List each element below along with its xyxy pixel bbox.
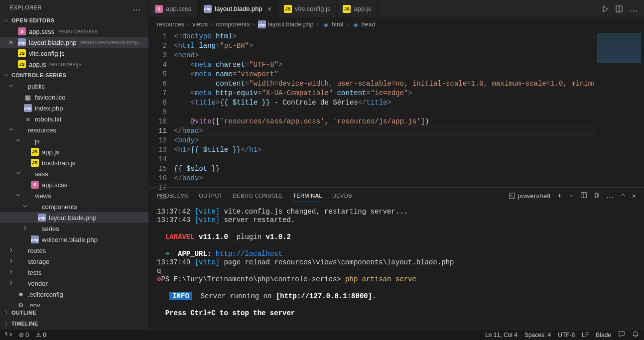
terminal-line: [157, 284, 636, 292]
code-line[interactable]: {{ $slot }}: [174, 164, 594, 174]
tree-item[interactable]: components: [0, 201, 148, 212]
status-language[interactable]: Blade: [596, 332, 611, 339]
tree-item[interactable]: resources: [0, 124, 148, 135]
code-line[interactable]: <title>{{ $title }} - Controle de Séries…: [174, 98, 594, 108]
tree-item[interactable]: series: [0, 223, 148, 234]
terminal-line: 13:37:43 [vite] server restarted.: [157, 216, 636, 225]
tree-item[interactable]: phpindex.php: [0, 103, 148, 113]
tree-item[interactable]: js: [0, 135, 148, 146]
code-line[interactable]: <head>: [174, 51, 594, 60]
editor-tab[interactable]: JSapp.js: [337, 0, 378, 17]
editor-tab[interactable]: JSvite.config.js: [278, 0, 337, 17]
editor-tab[interactable]: phplayout.blade.php×: [198, 0, 278, 17]
status-encoding[interactable]: UTF-8: [558, 332, 575, 339]
code-line[interactable]: <body>: [174, 136, 594, 145]
status-eol[interactable]: LF: [582, 332, 589, 339]
code-line[interactable]: @vite(['resources/sass/app.scss', 'resou…: [174, 117, 594, 126]
breadcrumb-item[interactable]: ◈html: [322, 20, 344, 28]
breadcrumb-item[interactable]: components: [216, 21, 250, 28]
more-icon[interactable]: …: [629, 3, 638, 14]
tab-output[interactable]: OUTPUT: [199, 190, 223, 202]
code-editor[interactable]: 123456789101112131415161718 <!doctype ht…: [149, 31, 644, 181]
tab-label: app.scss: [166, 5, 191, 12]
horizontal-scrollbar[interactable]: [149, 181, 644, 187]
code-line[interactable]: </body>: [174, 174, 594, 181]
chevron-down-icon: [8, 83, 14, 90]
status-bell-icon[interactable]: [632, 331, 639, 339]
breadcrumb-item[interactable]: phplayout.blade.php: [258, 20, 314, 28]
tree-item[interactable]: phplayout.blade.php: [0, 212, 148, 223]
project-section[interactable]: CONTROLE-SERIES: [0, 70, 148, 81]
open-editor-item[interactable]: Sapp.scss resources\sass: [0, 26, 148, 37]
terminal-dropdown-icon[interactable]: [569, 192, 574, 200]
code-line[interactable]: [174, 108, 594, 117]
status-feedback-icon[interactable]: [618, 331, 625, 339]
code-line[interactable]: <meta http-equiv="X-UA-Compatible" conte…: [174, 89, 594, 98]
tree-item[interactable]: views: [0, 190, 148, 201]
code-line[interactable]: <meta name="viewport": [174, 70, 594, 79]
tree-item[interactable]: ≡.editorconfig: [0, 289, 148, 300]
split-editor-icon[interactable]: [615, 5, 623, 13]
open-editor-item[interactable]: JSapp.js resources\js: [0, 59, 148, 70]
code-line[interactable]: content="width=device-width, user-scalab…: [174, 79, 594, 89]
tree-item[interactable]: vendor: [0, 278, 148, 289]
image-icon: ▦: [24, 93, 32, 101]
breadcrumb-item[interactable]: resources: [157, 21, 184, 28]
chevron-down-icon: [15, 137, 21, 145]
code-line[interactable]: <html lang="pt-BR">: [174, 41, 594, 51]
panel-more-icon[interactable]: …: [606, 191, 614, 200]
code-line[interactable]: <meta charset="UTF-8">: [174, 60, 594, 70]
sass-icon: S: [155, 5, 163, 13]
editor-column: Sapp.scssphplayout.blade.php×JSvite.conf…: [149, 0, 644, 329]
open-editor-item[interactable]: JSvite.config.js: [0, 48, 148, 59]
tree-item[interactable]: phpwelcome.blade.php: [0, 234, 148, 245]
tree-item[interactable]: tests: [0, 267, 148, 278]
breadcrumb-item[interactable]: ◈head: [352, 20, 376, 28]
open-editor-item[interactable]: ×phplayout.blade.php resources\views\com…: [0, 37, 148, 48]
tab-terminal[interactable]: TERMINAL: [293, 190, 322, 202]
tree-item[interactable]: ▦favicon.ico: [0, 92, 148, 103]
kill-terminal-icon[interactable]: [593, 192, 600, 200]
terminal-content[interactable]: 13:37:42 [vite] vite.config.js changed, …: [149, 204, 644, 329]
close-icon[interactable]: ×: [267, 5, 271, 13]
tree-item[interactable]: storage: [0, 256, 148, 267]
code-line[interactable]: <h1>{{ $title }}</h1>: [174, 145, 594, 155]
tree-item[interactable]: JSbootstrap.js: [0, 157, 148, 168]
new-terminal-icon[interactable]: ＋: [556, 191, 563, 200]
tree-item[interactable]: ⚙.env: [0, 300, 148, 307]
status-spaces[interactable]: Spaces: 4: [524, 332, 551, 339]
tree-item[interactable]: public: [0, 81, 148, 92]
status-warning-count[interactable]: ⚠ 0: [36, 332, 46, 339]
tree-item[interactable]: JSapp.js: [0, 146, 148, 157]
outline-section[interactable]: OUTLINE: [0, 307, 148, 318]
tree-item[interactable]: sass: [0, 168, 148, 179]
code-line[interactable]: </head>: [174, 126, 594, 136]
timeline-section[interactable]: TIMELINE: [0, 318, 148, 329]
breadcrumbs[interactable]: resources›views›components›phplayout.bla…: [149, 18, 644, 31]
tree-item[interactable]: routes: [0, 245, 148, 256]
tab-label: app.js: [354, 5, 371, 12]
js-icon: JS: [31, 159, 39, 167]
status-error-count[interactable]: ⊘ 0: [19, 332, 29, 339]
split-terminal-icon[interactable]: [580, 192, 587, 200]
tree-item[interactable]: ≡robots.txt: [0, 113, 148, 124]
explorer-more-icon[interactable]: …: [132, 2, 142, 13]
minimap[interactable]: [594, 31, 644, 181]
breadcrumb-item[interactable]: views: [192, 21, 208, 28]
code-area[interactable]: <!doctype html><html lang="pt-BR"><head>…: [174, 31, 594, 181]
tab-devdb[interactable]: DEVDB: [332, 190, 352, 202]
editor-tab[interactable]: Sapp.scss: [149, 0, 198, 17]
tree-item-label: favicon.ico: [35, 94, 65, 101]
status-remote-icon[interactable]: [5, 331, 12, 339]
code-line[interactable]: <!doctype html>: [174, 32, 594, 41]
status-ln-col[interactable]: Ln 11, Col 4: [485, 332, 517, 339]
tab-debug-console[interactable]: DEBUG CONSOLE: [233, 190, 283, 202]
terminal-shell-selector[interactable]: powershell: [509, 192, 550, 200]
open-editors-section[interactable]: OPEN EDITORS: [0, 15, 148, 26]
panel-maximize-icon[interactable]: [620, 192, 626, 200]
tree-item[interactable]: Sapp.scss: [0, 179, 148, 190]
code-line[interactable]: [174, 155, 594, 164]
close-icon[interactable]: ×: [7, 38, 15, 46]
run-icon[interactable]: [601, 5, 609, 13]
panel-close-icon[interactable]: ×: [632, 192, 636, 200]
